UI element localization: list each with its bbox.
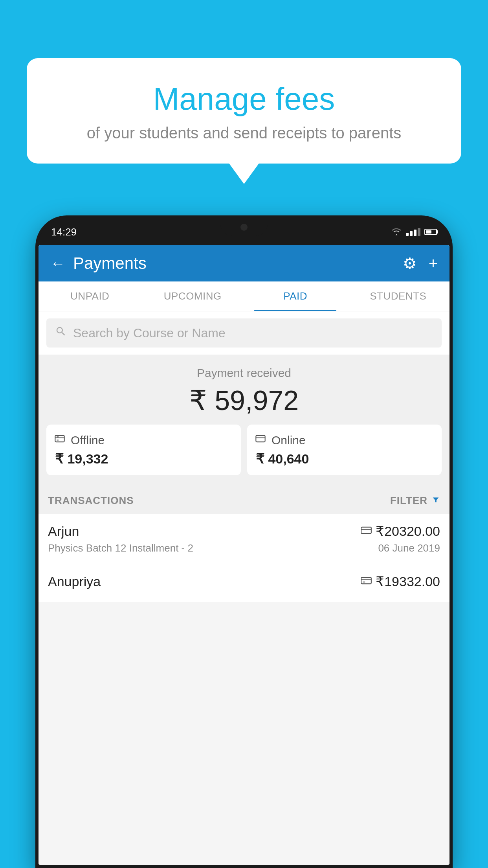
filter-container[interactable]: FILTER: [390, 495, 440, 507]
offline-card-top: Offline: [53, 433, 234, 447]
offline-icon: [53, 433, 66, 447]
transaction-amount-1: ₹20320.00: [376, 523, 440, 539]
filter-icon: [431, 495, 440, 507]
bubble-title: Manage fees: [46, 82, 442, 116]
online-label: Online: [272, 434, 306, 447]
search-bar[interactable]: Search by Course or Name: [46, 318, 442, 348]
svg-rect-7: [361, 527, 371, 533]
offline-amount: ₹ 19,332: [53, 451, 234, 467]
tab-bar: UNPAID UPCOMING PAID STUDENTS: [39, 281, 449, 311]
online-amount: ₹ 40,640: [254, 451, 435, 467]
header-right: ⚙ +: [403, 254, 438, 272]
transaction-top-1: Arjun ₹20320.00: [48, 523, 440, 539]
online-icon: [254, 433, 267, 447]
settings-icon[interactable]: ⚙: [403, 254, 417, 272]
offline-card: Offline ₹ 19,332: [46, 425, 241, 475]
transaction-date-1: 06 June 2019: [378, 542, 440, 554]
wifi-icon: [391, 228, 402, 236]
back-button[interactable]: ←: [50, 255, 65, 272]
status-icons: [391, 228, 437, 236]
transaction-amount-row-2: ₹19332.00: [361, 574, 440, 589]
transaction-name-2: Anupriya: [48, 574, 101, 589]
battery-icon: [424, 229, 437, 235]
transaction-offline-icon-2: [361, 575, 372, 588]
header-left: ← Payments: [50, 254, 147, 273]
offline-label: Offline: [71, 434, 105, 447]
signal-icon: [406, 228, 420, 236]
online-card: Online ₹ 40,640: [247, 425, 442, 475]
transaction-row-2[interactable]: Anupriya ₹19332.00: [39, 564, 449, 602]
svg-rect-9: [361, 577, 371, 584]
search-container: Search by Course or Name: [39, 311, 449, 355]
transactions-header: TRANSACTIONS FILTER: [39, 485, 449, 514]
bubble-subtitle: of your students and send receipts to pa…: [46, 124, 442, 142]
transaction-course-1: Physics Batch 12 Installment - 2: [48, 542, 193, 554]
tab-paid[interactable]: PAID: [244, 281, 347, 311]
camera: [240, 224, 248, 231]
status-bar: 14:29: [39, 219, 449, 245]
transactions-label: TRANSACTIONS: [48, 495, 134, 507]
phone-screen: ← Payments ⚙ + UNPAID UPCOMING PAID STUD…: [39, 245, 449, 865]
payment-summary: Payment received ₹ 59,972: [39, 355, 449, 485]
status-time: 14:29: [51, 226, 77, 238]
notch: [220, 219, 268, 236]
svg-rect-4: [256, 436, 265, 442]
search-icon: [55, 326, 67, 340]
transaction-card-icon-1: [361, 525, 372, 537]
online-card-top: Online: [254, 433, 435, 447]
payment-received-label: Payment received: [46, 366, 442, 380]
tab-unpaid[interactable]: UNPAID: [39, 281, 141, 311]
app-header: ← Payments ⚙ +: [39, 245, 449, 281]
transaction-top-2: Anupriya ₹19332.00: [48, 574, 440, 589]
svg-marker-6: [433, 498, 439, 502]
tab-students[interactable]: STUDENTS: [347, 281, 450, 311]
tab-upcoming[interactable]: UPCOMING: [141, 281, 244, 311]
transaction-row[interactable]: Arjun ₹20320.00 Physics Batch 12 Install…: [39, 514, 449, 564]
speech-bubble: Manage fees of your students and send re…: [27, 58, 461, 164]
phone-frame: 14:29: [35, 215, 453, 868]
transaction-amount-row-1: ₹20320.00: [361, 523, 440, 539]
transaction-name-1: Arjun: [48, 524, 79, 539]
search-placeholder: Search by Course or Name: [73, 326, 226, 340]
add-button[interactable]: +: [429, 255, 438, 272]
header-title: Payments: [73, 254, 147, 273]
payment-total-amount: ₹ 59,972: [46, 384, 442, 417]
transaction-bottom-1: Physics Batch 12 Installment - 2 06 June…: [48, 542, 440, 554]
svg-rect-0: [55, 436, 64, 442]
filter-label: FILTER: [390, 495, 427, 507]
transaction-amount-2: ₹19332.00: [376, 574, 440, 589]
payment-cards: Offline ₹ 19,332 Online: [46, 425, 442, 475]
